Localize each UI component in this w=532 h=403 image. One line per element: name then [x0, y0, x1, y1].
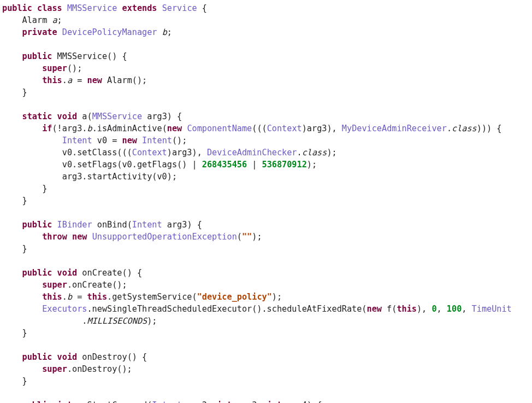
token-punc: (	[237, 232, 242, 242]
token-kw: this	[42, 75, 62, 85]
token-punc: );	[327, 148, 336, 157]
token-kw: extends	[122, 3, 157, 13]
token-punc: ();	[67, 63, 82, 73]
token-num: 0	[431, 304, 436, 314]
token-type: Executors	[42, 304, 87, 314]
token-punc: );	[272, 292, 282, 302]
token-type: DeviceAdminChecker	[207, 148, 297, 157]
token-kw: public	[2, 3, 32, 13]
token-punc: arg3.startActivity(v0);	[62, 172, 177, 182]
token-type: ComponentName	[187, 124, 252, 133]
token-punc: }	[42, 184, 47, 194]
token-punc: (!arg3.	[52, 124, 87, 133]
token-punc: .newSingleThreadScheduledExecutor().sche…	[87, 304, 367, 314]
token-punc: .	[62, 75, 67, 85]
token-sf: MILLISECONDS	[87, 316, 147, 326]
token-punc: onBind(	[97, 220, 132, 230]
token-kw: void	[57, 112, 78, 121]
token-type: TimeUnit	[472, 304, 512, 314]
token-punc: }	[22, 87, 27, 97]
token-kw: this	[397, 304, 417, 314]
token-kw: public	[22, 352, 52, 362]
code-block: public class MMSService extends Service …	[0, 0, 532, 403]
token-punc: arg3) {	[147, 112, 182, 121]
token-type: Intent	[132, 220, 162, 230]
token-kw: public	[22, 51, 52, 61]
token-punc: arg4) {	[287, 400, 322, 403]
token-punc: .	[297, 148, 302, 157]
token-punc: arg2,	[187, 400, 217, 403]
token-type: Intent	[142, 136, 172, 145]
token-type: Service	[162, 3, 197, 13]
token-kw: super	[42, 364, 67, 374]
token-punc: v0 =	[97, 136, 122, 145]
token-punc: onCreate() {	[82, 268, 142, 278]
token-punc: Alarm();	[107, 75, 147, 85]
token-type: UnsupportedOperationException	[92, 232, 237, 242]
token-kw: static	[22, 112, 52, 121]
token-kw: new	[367, 304, 382, 314]
token-kw: this	[42, 292, 62, 302]
token-type: MMSService	[67, 3, 117, 13]
token-punc: .	[62, 292, 67, 302]
token-num: 536870912	[262, 160, 307, 170]
token-punc: }	[22, 328, 27, 338]
token-punc: ;	[57, 15, 62, 25]
token-punc: f(	[387, 304, 397, 314]
token-punc: MMSService() {	[57, 51, 127, 61]
token-punc: arg3) {	[167, 220, 202, 230]
token-kw: super	[42, 63, 67, 73]
token-type: DevicePolicyManager	[62, 27, 157, 37]
token-kw: int	[267, 400, 282, 403]
token-punc: );	[307, 160, 317, 170]
token-kw: void	[57, 268, 78, 278]
token-id: b	[87, 124, 92, 133]
token-punc: {	[202, 3, 207, 13]
token-str: ""	[242, 232, 252, 242]
token-sf: class	[452, 124, 477, 133]
token-type: Intent	[62, 136, 92, 145]
token-punc: onDestroy() {	[82, 352, 147, 362]
token-punc: =	[72, 75, 87, 85]
token-type: MyDeviceAdminReceiver	[342, 124, 447, 133]
token-kw: class	[37, 3, 62, 13]
token-kw: super	[42, 280, 67, 290]
token-kw: if	[42, 124, 52, 133]
token-kw: new	[167, 124, 182, 133]
token-kw: void	[57, 352, 78, 362]
token-kw: private	[22, 27, 57, 37]
token-punc: }	[22, 376, 27, 386]
token-id: b	[162, 27, 167, 37]
token-punc: ();	[172, 136, 187, 145]
token-punc: .	[447, 124, 452, 133]
token-punc: |	[247, 160, 262, 170]
token-punc: ;	[167, 27, 172, 37]
token-punc: );	[147, 316, 157, 326]
token-punc: }	[22, 244, 27, 254]
token-id: b	[67, 292, 72, 302]
token-kw: int	[57, 400, 72, 403]
token-punc: }	[22, 196, 27, 206]
token-punc: ))) {	[477, 124, 502, 133]
token-punc: .getSystemService(	[107, 292, 197, 302]
token-kw: new	[72, 232, 87, 242]
token-punc: .isAdminActive(	[92, 124, 167, 133]
token-punc: ,	[462, 304, 471, 314]
token-type: Intent	[152, 400, 182, 403]
token-str: "device_policy"	[197, 292, 272, 302]
token-punc: );	[252, 232, 262, 242]
token-kw: throw	[42, 232, 67, 242]
token-type: MMSService	[92, 112, 142, 121]
token-punc: (((	[252, 124, 267, 133]
token-punc: )arg3),	[302, 124, 342, 133]
token-punc: =	[72, 292, 87, 302]
token-punc: .onDestroy();	[67, 364, 132, 374]
token-num: 268435456	[202, 160, 247, 170]
token-id: a	[67, 75, 72, 85]
token-sf: class	[302, 148, 327, 157]
token-punc: v0.setClass(((	[62, 148, 132, 157]
token-kw: public	[22, 220, 52, 230]
token-punc: Alarm	[22, 15, 52, 25]
token-punc: .onCreate();	[67, 280, 127, 290]
token-type: Context	[267, 124, 302, 133]
